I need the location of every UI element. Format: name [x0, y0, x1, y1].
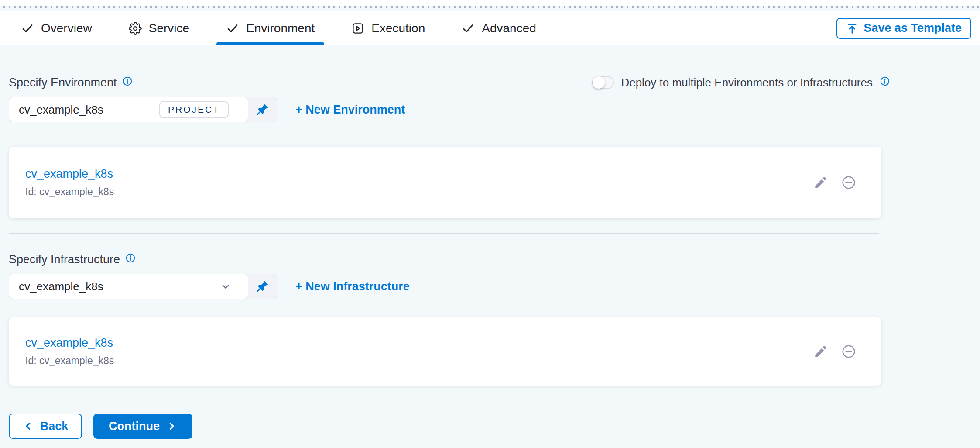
tab-label: Overview [41, 21, 92, 35]
new-environment-link[interactable]: + New Environment [295, 103, 405, 117]
check-icon [226, 22, 239, 35]
stage-tabbar: Overview Service Environment Execution A [0, 11, 980, 45]
gear-icon [129, 22, 142, 35]
pencil-icon[interactable] [813, 344, 828, 359]
upload-icon [846, 22, 858, 34]
infrastructure-id-text: Id: cv_example_k8s [25, 355, 114, 367]
footer-actions: Back Continue [9, 414, 890, 439]
info-icon[interactable] [122, 76, 133, 86]
environment-tab-content: Specify Environment Deploy to multiple E… [0, 75, 899, 439]
check-icon [21, 22, 34, 35]
tab-label: Service [149, 21, 189, 35]
strip-gap [0, 8, 980, 11]
infrastructure-card-info: cv_example_k8s Id: cv_example_k8s [25, 336, 114, 367]
environment-select-row: cv_example_k8s PROJECT + New Environment [9, 97, 890, 122]
tab-label: Environment [246, 21, 315, 35]
fixed-input-type-button[interactable] [248, 274, 277, 299]
collapsed-stage-panel [0, 0, 980, 6]
scope-badge: PROJECT [159, 101, 229, 118]
infrastructure-input-group: cv_example_k8s [9, 274, 277, 299]
continue-button[interactable]: Continue [93, 414, 192, 439]
tab-advanced[interactable]: Advanced [449, 11, 548, 45]
minus-circle-icon[interactable] [841, 344, 856, 359]
back-button[interactable]: Back [9, 414, 82, 439]
environment-select-input[interactable]: cv_example_k8s PROJECT [9, 97, 248, 122]
infrastructure-select-row: cv_example_k8s + New Infrastructure [9, 274, 890, 299]
new-infrastructure-link[interactable]: + New Infrastructure [295, 280, 410, 293]
save-as-template-button[interactable]: Save as Template [836, 18, 971, 39]
tab-overview[interactable]: Overview [9, 11, 104, 45]
infrastructure-card: cv_example_k8s Id: cv_example_k8s [9, 317, 881, 386]
info-icon[interactable] [125, 253, 136, 263]
pencil-icon[interactable] [813, 175, 828, 190]
environment-selected-value: cv_example_k8s [19, 103, 159, 117]
infrastructure-selected-value: cv_example_k8s [19, 280, 220, 293]
infrastructure-name-link[interactable]: cv_example_k8s [25, 336, 114, 350]
multi-env-toggle-group: Deploy to multiple Environments or Infra… [592, 76, 890, 90]
back-label: Back [40, 420, 69, 433]
fixed-input-type-button[interactable] [248, 97, 277, 122]
tab-label: Advanced [482, 21, 536, 35]
minus-circle-icon[interactable] [841, 175, 856, 190]
environment-card-info: cv_example_k8s Id: cv_example_k8s [25, 167, 114, 198]
environment-section-head: Specify Environment Deploy to multiple E… [9, 75, 890, 90]
environment-card-actions [813, 175, 856, 190]
check-icon [462, 22, 475, 35]
infrastructure-select-dropdown[interactable]: cv_example_k8s [9, 274, 248, 299]
environment-card: cv_example_k8s Id: cv_example_k8s [9, 147, 881, 218]
stage-tabs: Overview Service Environment Execution A [9, 11, 561, 45]
deploy-multiple-toggle[interactable] [592, 76, 614, 89]
pin-icon [255, 279, 269, 293]
tab-service[interactable]: Service [117, 11, 202, 45]
pin-icon [255, 103, 269, 117]
environment-name-link[interactable]: cv_example_k8s [25, 167, 114, 181]
deploy-multiple-label: Deploy to multiple Environments or Infra… [621, 76, 873, 90]
specify-environment-text: Specify Environment [9, 76, 117, 90]
tab-execution[interactable]: Execution [339, 11, 437, 45]
info-icon[interactable] [880, 76, 890, 86]
environment-input-group: cv_example_k8s PROJECT [9, 97, 277, 122]
chevron-right-icon [166, 420, 177, 432]
toggle-knob [593, 76, 605, 89]
execution-icon [351, 22, 364, 35]
chevron-left-icon [23, 420, 34, 432]
infrastructure-section-head: Specify Infrastructure [9, 252, 890, 267]
continue-label: Continue [109, 420, 160, 433]
specify-infrastructure-label: Specify Infrastructure [9, 253, 136, 266]
tab-environment[interactable]: Environment [214, 11, 327, 45]
infrastructure-card-actions [813, 344, 856, 359]
chevron-down-icon [220, 281, 231, 292]
specify-infrastructure-text: Specify Infrastructure [9, 253, 120, 266]
environment-id-text: Id: cv_example_k8s [25, 186, 114, 198]
specify-environment-label: Specify Environment [9, 76, 133, 90]
section-divider [9, 233, 879, 234]
tab-label: Execution [371, 21, 425, 35]
save-as-template-label: Save as Template [863, 21, 962, 35]
